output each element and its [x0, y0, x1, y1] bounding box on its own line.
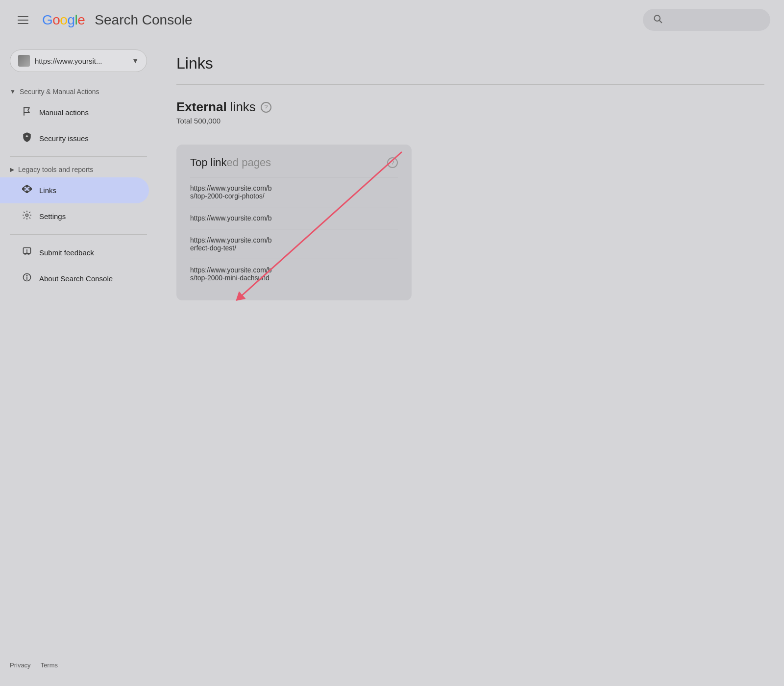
privacy-link[interactable]: Privacy — [10, 662, 31, 669]
security-section-label: Security & Manual Actions — [20, 88, 99, 96]
list-item: https://www.yoursite.com/bs/top-2000-cor… — [190, 177, 398, 207]
feedback-icon — [22, 246, 32, 259]
site-selector[interactable]: https://www.yoursit... ▼ — [10, 49, 147, 72]
svg-line-15 — [28, 186, 31, 188]
svg-point-21 — [27, 252, 27, 252]
sidebar-item-settings[interactable]: Settings — [0, 203, 149, 229]
search-icon — [653, 14, 662, 26]
external-links-header: External links ? — [176, 99, 764, 115]
legacy-section-header[interactable]: ▶ Legacy tools and reports — [0, 162, 157, 177]
card-section: External links ? Total 500,000 Top linke… — [176, 99, 764, 300]
legacy-section-label: Legacy tools and reports — [18, 166, 93, 173]
security-issues-label: Security issues — [39, 134, 89, 143]
site-url: https://www.yoursit... — [35, 57, 127, 65]
svg-line-14 — [24, 186, 26, 188]
card-help-icon[interactable]: ? — [387, 157, 398, 168]
external-links-section: External links ? Total 500,000 — [176, 99, 764, 135]
shield-icon — [22, 132, 32, 145]
sidebar-item-security-issues[interactable]: Security issues — [0, 125, 149, 151]
sidebar-item-about[interactable]: About Search Console — [0, 266, 149, 292]
chevron-down-icon: ▼ — [132, 57, 139, 65]
card-title-muted: ed pages — [227, 156, 271, 169]
svg-line-16 — [24, 190, 26, 192]
terms-link[interactable]: Terms — [41, 662, 58, 669]
link-text: https://www.yoursite.com/b — [190, 214, 398, 222]
top-linked-pages-card: Top linked pages ? https://www.yoursite.… — [176, 145, 412, 300]
external-rest: links — [230, 99, 256, 114]
list-item: https://www.yoursite.com/bs/top-2000-min… — [190, 259, 398, 289]
search-bar[interactable] — [643, 9, 770, 31]
external-links-title: External links — [176, 99, 256, 115]
security-section-header[interactable]: ▼ Security & Manual Actions — [0, 84, 157, 99]
network-icon — [22, 184, 32, 196]
link-text: https://www.yoursite.com/bs/top-2000-cor… — [190, 184, 398, 200]
link-text: https://www.yoursite.com/bs/top-2000-min… — [190, 266, 398, 282]
menu-button[interactable] — [14, 12, 32, 28]
link-text: https://www.yoursite.com/berfect-dog-tes… — [190, 236, 398, 252]
list-item: https://www.yoursite.com/berfect-dog-tes… — [190, 229, 398, 259]
card-title-bold: Top link — [190, 156, 227, 169]
page-title: Links — [176, 54, 764, 73]
site-favicon — [18, 55, 30, 67]
sidebar-item-links[interactable]: Links — [0, 177, 149, 203]
gear-icon — [22, 210, 32, 222]
manual-actions-label: Manual actions — [39, 108, 89, 117]
svg-line-17 — [28, 190, 31, 192]
flag-icon — [22, 106, 32, 119]
divider-2 — [10, 234, 147, 235]
svg-point-18 — [26, 214, 28, 217]
header: Google Search Console — [0, 0, 784, 40]
main-content: Links External links ? Total 500,000 T — [157, 40, 784, 686]
svg-point-24 — [26, 275, 27, 276]
content-divider — [176, 84, 764, 85]
sidebar-item-submit-feedback[interactable]: Submit feedback — [0, 240, 149, 266]
sidebar-item-manual-actions[interactable]: Manual actions — [0, 99, 149, 125]
list-item: https://www.yoursite.com/b — [190, 207, 398, 229]
divider-1 — [10, 156, 147, 157]
links-label: Links — [39, 186, 56, 195]
submit-feedback-label: Submit feedback — [39, 248, 94, 257]
card-header: Top linked pages ? — [190, 156, 398, 169]
settings-label: Settings — [39, 212, 66, 220]
section-expand-icon: ▼ — [10, 88, 16, 95]
google-logo: Google — [42, 12, 85, 28]
external-bold: External — [176, 99, 227, 114]
svg-rect-4 — [26, 135, 27, 137]
layout: https://www.yoursit... ▼ ▼ Security & Ma… — [0, 40, 784, 686]
sidebar: https://www.yoursit... ▼ ▼ Security & Ma… — [0, 40, 157, 686]
legacy-expand-icon: ▶ — [10, 166, 14, 173]
info-icon — [22, 272, 32, 285]
card-title: Top linked pages — [190, 156, 271, 169]
external-links-help-icon[interactable]: ? — [261, 102, 271, 113]
sidebar-footer: Privacy Terms — [0, 654, 157, 677]
external-links-total: Total 500,000 — [176, 117, 764, 125]
about-label: About Search Console — [39, 274, 113, 283]
app-title: Search Console — [95, 12, 192, 28]
svg-line-1 — [660, 21, 662, 23]
